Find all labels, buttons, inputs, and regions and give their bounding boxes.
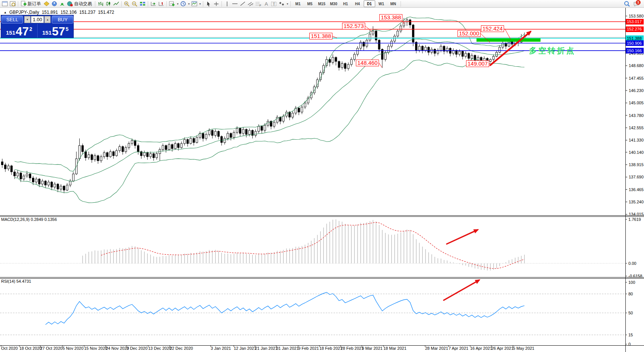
candle-body: [230, 133, 232, 137]
sell-button[interactable]: SELL: [1, 16, 23, 23]
cursor-icon[interactable]: [205, 0, 212, 7]
indicators-dropdown-arrow[interactable]: ▼: [176, 3, 179, 5]
price-label-152.424[interactable]: 152.424: [481, 25, 504, 32]
candle-body: [490, 59, 491, 61]
notification-badge: 1: [636, 0, 641, 5]
price-label-153.388[interactable]: 153.388: [379, 14, 402, 21]
chart-profiles-icon[interactable]: [9, 0, 16, 7]
trendline-tool-icon[interactable]: [239, 0, 246, 7]
toolbar-separator: [203, 1, 203, 7]
candle-body: [51, 182, 52, 187]
tf-h1-button[interactable]: H1: [340, 0, 351, 7]
new-order-icon[interactable]: [20, 0, 27, 7]
text-tool-icon[interactable]: A: [262, 0, 270, 7]
sell-price[interactable]: 151 47 2: [1, 24, 38, 38]
candlestick-chart-type-icon[interactable]: [105, 0, 112, 7]
periods-dropdown-arrow[interactable]: ▼: [188, 3, 190, 5]
zoom-in-icon[interactable]: [123, 0, 131, 7]
macd-axis-label: -0.6158: [628, 274, 642, 278]
candle-body: [97, 156, 99, 161]
autotrading-icon[interactable]: [66, 0, 74, 7]
candle-body: [63, 186, 65, 190]
candle-body: [41, 181, 43, 184]
candle-body: [7, 166, 9, 169]
turning-point-annotation[interactable]: 多空转折点: [529, 45, 576, 56]
candle-body: [29, 174, 31, 178]
candle-body: [357, 48, 358, 54]
trend-arrow[interactable]: [490, 32, 530, 65]
price-label-151.388[interactable]: 151.388: [309, 33, 332, 39]
price-label-152.000[interactable]: 152.000: [458, 30, 481, 37]
rsi-axis-label: 80: [628, 292, 633, 296]
chart-area[interactable]: 153.580152.355151.130149.905148.680147.4…: [0, 8, 644, 352]
tf-m1-button[interactable]: M1: [292, 0, 304, 7]
price-axis-tick-label: 147.455: [629, 76, 644, 80]
indicators-icon[interactable]: [168, 0, 176, 7]
arrows-tool-dropdown-arrow[interactable]: ▼: [286, 3, 289, 5]
price-label-152.573[interactable]: 152.573: [342, 23, 365, 29]
channel-tool-icon[interactable]: [247, 0, 254, 7]
arrows-tool-icon[interactable]: [278, 0, 286, 7]
new-chart-icon[interactable]: [1, 0, 9, 7]
line-chart-type-icon[interactable]: [112, 0, 120, 7]
volume-decrease-button[interactable]: ▼: [24, 16, 31, 23]
rsi-line: [45, 292, 525, 325]
horizontal-line-tool-icon[interactable]: [231, 0, 239, 7]
tf-mn-button[interactable]: MN: [388, 0, 399, 7]
fibonacci-tool-icon[interactable]: F: [255, 0, 262, 7]
metaeditor-icon[interactable]: [43, 0, 50, 7]
chart-shift-icon[interactable]: [157, 0, 165, 7]
candle-body: [196, 137, 198, 143]
candle-body: [156, 154, 158, 158]
candle-body: [122, 146, 124, 152]
tf-m30-button[interactable]: M30: [328, 0, 339, 7]
candle-body: [91, 155, 93, 160]
candle-body: [125, 148, 127, 152]
auto-scroll-icon[interactable]: [150, 0, 157, 7]
templates-icon[interactable]: [191, 0, 198, 7]
candle-body: [116, 150, 118, 156]
crosshair-icon[interactable]: [213, 0, 220, 7]
autotrading-label[interactable]: 自动交易: [74, 1, 92, 7]
candle-body: [17, 173, 19, 176]
new-order-label[interactable]: 新订单: [28, 1, 41, 7]
volume-control: ▼ 1.00 ▲: [23, 15, 51, 24]
tf-d1-button[interactable]: D1: [364, 0, 375, 7]
macd-axis-label: 1.7619: [628, 217, 641, 222]
buy-price[interactable]: 151 57 5: [38, 24, 74, 38]
date-label: 22 Dec 2020: [170, 346, 193, 351]
text-label-tool-icon[interactable]: T: [270, 0, 278, 7]
tile-windows-icon[interactable]: [139, 0, 146, 7]
templates-dropdown-arrow[interactable]: ▼: [199, 3, 201, 5]
trend-arrow[interactable]: [444, 280, 479, 300]
bar-chart-type-icon[interactable]: [97, 0, 104, 7]
tf-m5-button[interactable]: M5: [304, 0, 316, 7]
buy-price-small: 151: [42, 29, 52, 36]
notifications-icon[interactable]: 1: [632, 0, 640, 7]
candle-body: [468, 53, 470, 58]
trend-arrow[interactable]: [447, 230, 478, 244]
price-label-149.007[interactable]: 149.007: [466, 60, 489, 67]
candle-body: [350, 59, 352, 64]
tf-w1-button[interactable]: W1: [376, 0, 387, 7]
search-icon[interactable]: [623, 0, 631, 7]
candle-body: [335, 57, 337, 61]
tf-m15-button[interactable]: M15: [316, 0, 328, 7]
chart-svg: 153.580152.355151.130149.905148.680147.4…: [0, 8, 644, 352]
zoom-out-icon[interactable]: [131, 0, 138, 7]
tf-h4-button[interactable]: H4: [352, 0, 363, 7]
vertical-line-tool-icon[interactable]: [223, 0, 231, 7]
periods-icon[interactable]: [179, 0, 187, 7]
market-watch-icon[interactable]: [51, 0, 58, 7]
date-label: 24 Nov 2020: [106, 346, 129, 351]
candle-body: [128, 143, 130, 148]
volume-input[interactable]: 1.00: [31, 16, 44, 23]
candle-body: [255, 131, 256, 136]
collapse-panel-icon[interactable]: ▲: [4, 11, 7, 14]
volume-increase-button[interactable]: ▲: [44, 16, 51, 23]
price-label-148.460[interactable]: 148.460: [356, 60, 379, 66]
buy-button[interactable]: BUY: [52, 16, 73, 23]
signals-icon[interactable]: [58, 0, 66, 7]
date-label: 31 Jan 2021: [276, 346, 299, 351]
candle-body: [38, 179, 40, 184]
